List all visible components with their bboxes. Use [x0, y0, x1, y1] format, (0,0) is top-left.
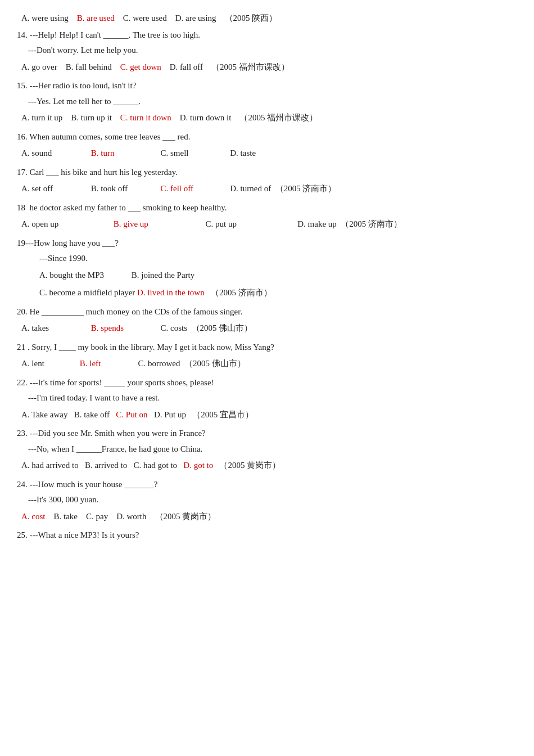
option-a: A. had arrived to [21, 461, 79, 470]
option-b: B. left [80, 357, 136, 371]
option-a: A. sound [21, 146, 89, 161]
option-b: B. are used [77, 14, 115, 22]
option-a: A. were using [21, 14, 69, 22]
option-b: B. turn [91, 146, 159, 161]
q24-response: ---It's 300, 000 yuan. [17, 493, 517, 507]
q14-options: A. go over B. fall behind C. get down D.… [17, 60, 517, 75]
q19: 19---How long have you ___? [17, 236, 517, 251]
q22-options: A. Take away B. take off C. Put on D. Pu… [17, 408, 517, 422]
q19-ab: A. bought the MP3 B. joined the Party [17, 268, 517, 283]
q15: 15. ---Her radio is too loud, isn't it? [17, 79, 517, 93]
q20: 20. He __________ much money on the CDs … [17, 305, 517, 320]
option-b: B. take off [74, 410, 110, 419]
option-b: B. spends [91, 321, 159, 336]
q24: 24. ---How much is your house _______? [17, 478, 517, 492]
option-b: B. arrived to [85, 461, 127, 470]
option-b: B. give up [114, 217, 203, 232]
page-content: A. were using B. are used C. were used D… [17, 11, 517, 543]
option-d: D. are using [175, 14, 216, 22]
option-d: D. Put up [154, 410, 186, 419]
q25: 25. ---What a nice MP3! Is it yours? [17, 528, 517, 543]
q24-options: A. cost B. take C. pay D. worth （2005 黄岗… [17, 510, 517, 524]
q15-response: ---Yes. Let me tell her to ______. [17, 94, 517, 109]
q15-options: A. turn it up B. turn up it C. turn it d… [17, 111, 517, 125]
option-b: B. took off [91, 182, 159, 196]
option-b: B. take [54, 512, 78, 521]
option-a: A. bought the MP3 [39, 268, 129, 283]
q16: 16. When autumn comes, some tree leaves … [17, 130, 517, 145]
option-d: D. fall off [170, 62, 203, 71]
q21-options: A. lent B. left C. borrowed （2005 佛山市） [17, 357, 517, 371]
q23-response: ---No, when I ______France, he had gone … [17, 442, 517, 457]
option-c: C. put up [206, 217, 296, 232]
q22: 22. ---It's time for sports! _____ your … [17, 376, 517, 390]
option-d: D. got to [183, 461, 213, 470]
q19-response: ---Since 1990. [17, 251, 517, 266]
option-a: A. set off [21, 182, 89, 196]
option-a: A. go over [21, 62, 57, 71]
q22-response: ---I'm tired today. I want to have a res… [17, 391, 517, 406]
option-d: D. lived in the town [137, 288, 205, 297]
option-c: C. become a midfield player [39, 286, 135, 300]
source: （2005 福州市课改） [211, 62, 289, 71]
q16-options: A. sound B. turn C. smell D. taste [17, 146, 517, 161]
q13-options: A. were using B. are used C. were used D… [17, 11, 517, 26]
option-d: D. make up （2005 济南市） [297, 219, 402, 228]
source: （2005 福州市课改） [239, 113, 318, 122]
option-a: A. cost [21, 512, 46, 521]
option-c: C. pay [86, 512, 108, 521]
option-d: D. worth [116, 512, 146, 521]
source: （2005 济南市） [211, 288, 272, 297]
q21: 21 . Sorry, I ____ my book in the librar… [17, 340, 517, 355]
source: （2005 陕西） [225, 14, 278, 22]
option-d: D. taste [230, 148, 256, 158]
source: （2005 宜昌市） [192, 410, 254, 419]
option-c: C. were used [123, 14, 167, 22]
option-b: B. fall behind [66, 62, 112, 71]
q23-options: A. had arrived to B. arrived to C. had g… [17, 458, 517, 473]
option-c: C. fell off [161, 182, 228, 196]
q17: 17. Carl ___ his bike and hurt his leg y… [17, 165, 517, 180]
q20-options: A. takes B. spends C. costs （2005 佛山市） [17, 321, 517, 336]
option-b: B. turn up it [71, 113, 112, 122]
source: （2005 黄岗市） [219, 461, 280, 470]
q17-options: A. set off B. took off C. fell off D. tu… [17, 182, 517, 196]
option-a: A. lent [21, 357, 78, 371]
option-a: A. turn it up [21, 113, 62, 122]
q18: 18 he doctor asked my father to ___ smok… [17, 201, 517, 215]
option-c: C. get down [120, 62, 161, 71]
option-c: C. had got to [134, 461, 178, 470]
option-a: A. open up [21, 217, 111, 232]
option-b: B. joined the Party [132, 271, 195, 280]
option-d: D. turn down it [180, 113, 232, 122]
option-c: C. turn it down [120, 113, 171, 122]
q14-response: ---Don't worry. Let me help you. [17, 43, 517, 58]
q14: 14. ---Help! Help! I can't ______. The t… [17, 28, 517, 43]
option-c: C. borrowed （2005 佛山市） [138, 359, 246, 368]
q19-cd: C. become a midfield player D. lived in … [17, 286, 517, 300]
source: （2005 黄岗市） [155, 512, 216, 521]
option-d: D. turned of （2005 济南市） [230, 184, 336, 193]
q23: 23. ---Did you see Mr. Smith when you we… [17, 426, 517, 441]
option-c: C. Put on [116, 410, 147, 419]
option-c: C. costs （2005 佛山市） [161, 323, 253, 332]
option-a: A. takes [21, 321, 89, 336]
option-c: C. smell [161, 146, 228, 161]
option-a: A. Take away [21, 410, 67, 419]
q18-options: A. open up B. give up C. put up D. make … [17, 217, 517, 232]
